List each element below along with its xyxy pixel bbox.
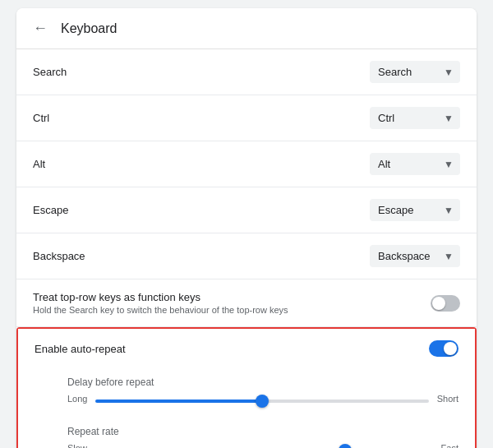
- backspace-setting-row: Backspace Backspace ▼: [16, 233, 477, 279]
- ctrl-select-wrapper: Ctrl ▼: [370, 107, 460, 129]
- delay-short-label: Short: [437, 394, 458, 404]
- delay-long-label: Long: [67, 394, 87, 404]
- page-title: Keyboard: [61, 21, 117, 36]
- function-keys-toggle[interactable]: [431, 295, 460, 312]
- alt-label: Alt: [33, 158, 45, 170]
- header: ← Keyboard: [16, 8, 477, 49]
- backspace-label: Backspace: [33, 250, 85, 262]
- auto-repeat-header: Enable auto-repeat: [18, 329, 475, 368]
- settings-card: ← Keyboard Search Search ▼ Ctrl Ctrl ▼ A…: [16, 8, 477, 448]
- escape-select-wrapper: Escape ▼: [370, 199, 460, 221]
- back-button[interactable]: ←: [33, 20, 48, 37]
- search-setting-row: Search Search ▼: [16, 49, 477, 95]
- search-label: Search: [33, 66, 67, 78]
- auto-repeat-toggle[interactable]: [429, 340, 458, 357]
- delay-slider-container: Long Short: [67, 391, 458, 406]
- escape-label: Escape: [33, 204, 68, 216]
- function-keys-toggle-thumb: [432, 297, 445, 310]
- rate-slider-row: Repeat rate Slow Fast: [18, 418, 475, 448]
- delay-slider-row: Delay before repeat Long Short: [18, 368, 475, 418]
- backspace-select-wrapper: Backspace ▼: [370, 245, 460, 267]
- auto-repeat-toggle-thumb: [444, 342, 457, 355]
- delay-slider-wrapper: [95, 391, 428, 406]
- rate-slider-container: Slow Fast: [67, 441, 458, 448]
- ctrl-label: Ctrl: [33, 112, 49, 124]
- ctrl-select[interactable]: Ctrl: [370, 107, 460, 129]
- search-select[interactable]: Search: [370, 61, 460, 83]
- escape-select[interactable]: Escape: [370, 199, 460, 221]
- function-keys-text: Treat top-row keys as function keys Hold…: [33, 291, 417, 315]
- auto-repeat-section: Enable auto-repeat Delay before repeat L…: [16, 327, 477, 448]
- function-keys-row: Treat top-row keys as function keys Hold…: [16, 279, 477, 327]
- function-keys-description: Hold the Search key to switch the behavi…: [33, 305, 417, 315]
- rate-label: Repeat rate: [67, 426, 458, 437]
- delay-slider[interactable]: [95, 400, 428, 403]
- ctrl-setting-row: Ctrl Ctrl ▼: [16, 95, 477, 141]
- function-keys-title: Treat top-row keys as function keys: [33, 291, 417, 303]
- search-select-wrapper: Search ▼: [370, 61, 460, 83]
- delay-label: Delay before repeat: [67, 376, 458, 388]
- rate-slow-label: Slow: [67, 443, 87, 448]
- alt-select[interactable]: Alt: [370, 153, 460, 175]
- backspace-select[interactable]: Backspace: [370, 245, 460, 267]
- escape-setting-row: Escape Escape ▼: [16, 187, 477, 233]
- back-arrow-icon: ←: [33, 20, 48, 37]
- alt-setting-row: Alt Alt ▼: [16, 141, 477, 187]
- rate-slider-wrapper: [95, 441, 433, 448]
- alt-select-wrapper: Alt ▼: [370, 153, 460, 175]
- rate-fast-label: Fast: [441, 443, 458, 448]
- auto-repeat-label: Enable auto-repeat: [35, 343, 126, 355]
